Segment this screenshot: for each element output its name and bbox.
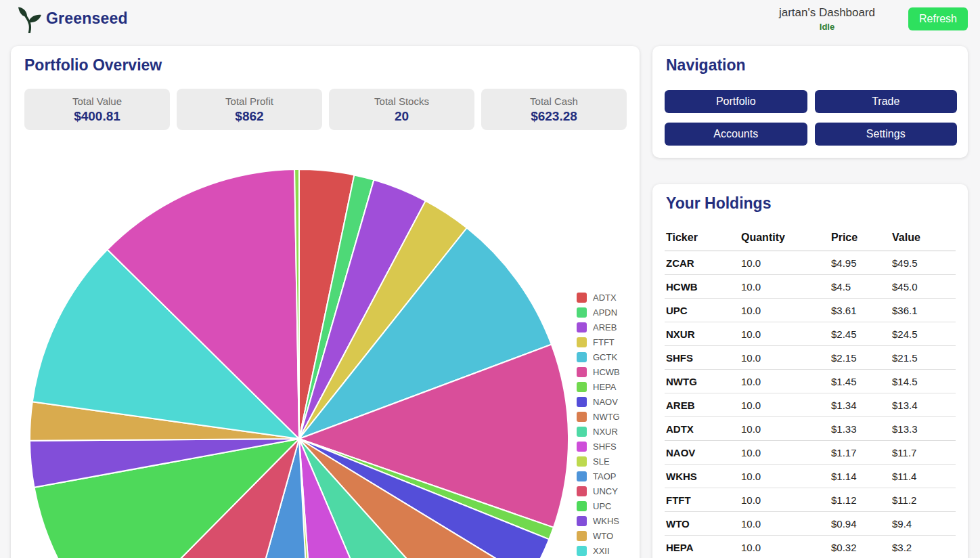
legend-swatch-icon [577, 307, 587, 318]
legend-label: NWTG [593, 412, 620, 422]
holding-price: $4.95 [830, 251, 891, 275]
legend-swatch-icon [577, 367, 587, 377]
holdings-title: Your Holdings [666, 194, 771, 213]
holding-ticker: WKHS [665, 465, 740, 488]
app-header: Greenseed jartan's Dashboard Idle Refres… [0, 0, 980, 39]
holdings-row-nxur: NXUR10.0$2.45$24.5 [665, 322, 956, 346]
legend-swatch-icon [577, 397, 587, 407]
legend-item-ftft[interactable]: FTFT [577, 335, 620, 349]
legend-item-adtx[interactable]: ADTX [577, 290, 620, 305]
holding-price: $1.14 [830, 465, 891, 488]
legend-item-gctk[interactable]: GCTK [577, 349, 620, 364]
nav-button-settings[interactable]: Settings [815, 123, 958, 146]
holding-value: $14.5 [891, 370, 956, 393]
legend-label: TAOP [593, 471, 616, 481]
legend-swatch-icon [577, 382, 587, 392]
holdings-row-upc: UPC10.0$3.61$36.1 [665, 299, 956, 322]
stat-tile-total-stocks: Total Stocks20 [329, 89, 474, 130]
user-dashboard-label: jartan's Dashboard [766, 6, 888, 20]
holding-quantity: 10.0 [740, 512, 830, 536]
legend-label: UPC [593, 501, 611, 511]
holding-price: $0.32 [830, 536, 891, 558]
legend-label: XXII [593, 546, 610, 556]
holding-value: $11.4 [891, 465, 956, 488]
legend-item-apdn[interactable]: APDN [577, 305, 620, 320]
legend-item-uncy[interactable]: UNCY [577, 484, 620, 498]
holding-quantity: 10.0 [740, 370, 830, 393]
legend-label: SLE [593, 456, 610, 467]
legend-item-upc[interactable]: UPC [577, 498, 620, 513]
legend-label: ADTX [593, 293, 617, 303]
legend-swatch-icon [577, 412, 587, 422]
stat-value: $400.81 [74, 109, 120, 124]
holding-value: $24.5 [891, 322, 956, 346]
holding-price: $4.5 [830, 275, 891, 299]
holding-ticker: SHFS [665, 346, 740, 370]
legend-item-wto[interactable]: WTO [577, 528, 620, 543]
nav-button-portfolio[interactable]: Portfolio [665, 90, 807, 113]
legend-item-areb[interactable]: AREB [577, 320, 620, 335]
legend-item-hepa[interactable]: HEPA [577, 379, 620, 394]
holdings-card: Your Holdings TickerQuantityPriceValue Z… [652, 184, 968, 558]
holding-value: $11.7 [891, 441, 956, 465]
holding-price: $1.33 [830, 417, 891, 441]
holding-quantity: 10.0 [740, 322, 830, 346]
legend-label: AREB [593, 322, 617, 332]
legend-swatch-icon [577, 442, 587, 452]
holding-ticker: WTO [665, 512, 740, 536]
stat-tile-total-cash: Total Cash$623.28 [481, 89, 627, 130]
greenseed-dashboard: { "header": { "app_name": "Greenseed", "… [0, 0, 980, 558]
holdings-column-price: Price [830, 228, 891, 251]
legend-item-wkhs[interactable]: WKHS [577, 513, 620, 528]
holding-ticker: ADTX [665, 417, 740, 441]
legend-item-sle[interactable]: SLE [577, 454, 620, 469]
legend-label: HCWB [593, 367, 620, 377]
legend-item-shfs[interactable]: SHFS [577, 439, 620, 454]
holding-ticker: UPC [665, 299, 740, 322]
holding-ticker: FTFT [665, 488, 740, 512]
holding-value: $21.5 [891, 346, 956, 370]
stat-label: Total Cash [530, 95, 578, 107]
legend-item-xxii[interactable]: XXII [577, 543, 620, 558]
holdings-table-body: ZCAR10.0$4.95$49.5HCWB10.0$4.5$45.0UPC10… [665, 251, 956, 558]
holding-price: $3.61 [830, 299, 891, 322]
holding-price: $2.15 [830, 346, 891, 370]
stat-tile-total-profit: Total Profit$862 [177, 89, 322, 130]
holdings-column-quantity: Quantity [740, 228, 830, 251]
holding-value: $13.3 [891, 417, 956, 441]
holdings-row-nwtg: NWTG10.0$1.45$14.5 [665, 370, 956, 393]
holding-value: $36.1 [891, 299, 956, 322]
legend-swatch-icon [577, 471, 587, 481]
legend-swatch-icon [577, 486, 587, 496]
holding-quantity: 10.0 [740, 251, 830, 275]
legend-label: WTO [593, 531, 613, 541]
holding-quantity: 10.0 [740, 488, 830, 512]
holding-quantity: 10.0 [740, 417, 830, 441]
legend-item-naov[interactable]: NAOV [577, 394, 620, 409]
legend-label: SHFS [593, 442, 617, 452]
holdings-row-wto: WTO10.0$0.94$9.4 [665, 512, 956, 536]
holdings-row-adtx: ADTX10.0$1.33$13.3 [665, 417, 956, 441]
nav-button-trade[interactable]: Trade [815, 90, 958, 113]
legend-label: WKHS [593, 516, 619, 526]
legend-label: APDN [593, 307, 617, 318]
holding-price: $0.94 [830, 512, 891, 536]
legend-item-taop[interactable]: TAOP [577, 469, 620, 484]
legend-item-hcwb[interactable]: HCWB [577, 364, 620, 379]
stat-value: 20 [395, 109, 409, 124]
legend-item-nxur[interactable]: NXUR [577, 424, 620, 439]
nav-button-accounts[interactable]: Accounts [665, 123, 807, 146]
holding-quantity: 10.0 [740, 346, 830, 370]
legend-label: GCTK [593, 352, 617, 362]
holding-quantity: 10.0 [740, 275, 830, 299]
legend-item-nwtg[interactable]: NWTG [577, 409, 620, 424]
navigation-title: Navigation [666, 56, 746, 74]
stat-label: Total Stocks [374, 95, 429, 107]
refresh-button[interactable]: Refresh [908, 7, 968, 30]
legend-label: NAOV [593, 397, 618, 407]
holding-price: $1.17 [830, 441, 891, 465]
seedling-logo-icon [18, 6, 42, 33]
legend-label: NXUR [593, 427, 618, 437]
holding-quantity: 10.0 [740, 393, 830, 417]
legend-swatch-icon [577, 293, 587, 303]
